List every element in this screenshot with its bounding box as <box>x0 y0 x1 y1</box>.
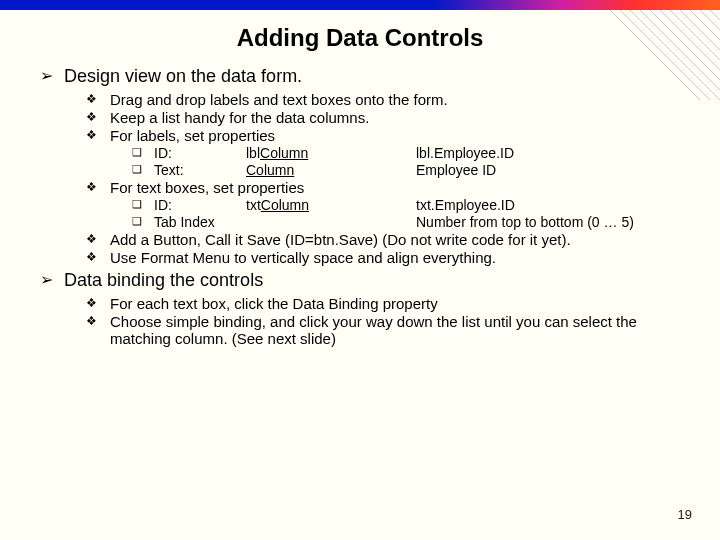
bullet-item: Choose simple binding, and click your wa… <box>86 313 692 347</box>
prop-val-1: txtColumn <box>246 197 416 213</box>
prop-label: Text: <box>154 162 246 178</box>
top-gradient-bar <box>0 0 720 10</box>
section-heading: Design view on the data form. <box>40 66 692 87</box>
prop-val-1: lblColumn <box>246 145 416 161</box>
bullet-item: For text boxes, set properties <box>86 179 692 196</box>
prop-val-2: txt.Employee.ID <box>416 197 515 213</box>
prop-label: Tab Index <box>154 214 246 230</box>
property-row: ID: lblColumn lbl.Employee.ID <box>132 145 692 161</box>
prop-val-1 <box>246 214 416 230</box>
slide-body: Design view on the data form. Drag and d… <box>0 66 720 347</box>
bullet-item: Use Format Menu to vertically space and … <box>86 249 692 266</box>
prop-val-2: lbl.Employee.ID <box>416 145 514 161</box>
bullet-item: Keep a list handy for the data columns. <box>86 109 692 126</box>
property-row: ID: txtColumn txt.Employee.ID <box>132 197 692 213</box>
property-row: Tab Index Number from top to bottom (0 …… <box>132 214 692 230</box>
prop-val-2: Number from top to bottom (0 … 5) <box>416 214 634 230</box>
prop-val-2: Employee ID <box>416 162 496 178</box>
bullet-item: For labels, set properties <box>86 127 692 144</box>
slide-title: Adding Data Controls <box>0 24 720 52</box>
section-heading: Data binding the controls <box>40 270 692 291</box>
prop-label: ID: <box>154 197 246 213</box>
property-row: Text: Column Employee ID <box>132 162 692 178</box>
prop-val-1: Column <box>246 162 416 178</box>
prop-label: ID: <box>154 145 246 161</box>
page-number: 19 <box>678 507 692 522</box>
bullet-item: Add a Button, Call it Save (ID=btn.Save)… <box>86 231 692 248</box>
bullet-item: For each text box, click the Data Bindin… <box>86 295 692 312</box>
bullet-item: Drag and drop labels and text boxes onto… <box>86 91 692 108</box>
